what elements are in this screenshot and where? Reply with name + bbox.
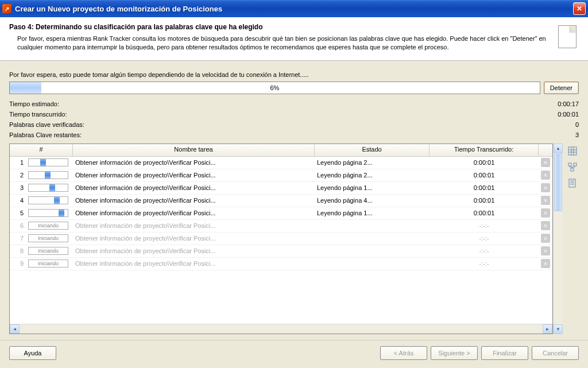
finish-button[interactable]: Finalizar [481, 346, 528, 360]
next-button[interactable]: Siguiente > [431, 346, 478, 360]
table-row[interactable]: 1Obtener información de proyecto\Verific… [10, 157, 552, 169]
mini-progress-bar: Iniciando [28, 222, 68, 230]
svg-rect-5 [568, 163, 571, 166]
column-action [539, 144, 552, 156]
cell-state [315, 238, 430, 239]
content-area: Paso 4: Determinando su clasificación pa… [0, 17, 588, 368]
table-row[interactable]: 2Obtener información de proyecto\Verific… [10, 169, 552, 182]
cell-task-name: Obtener información de proyecto\Verifica… [73, 209, 315, 217]
scroll-right-button[interactable]: ► [543, 324, 552, 334]
scroll-thumb[interactable] [554, 154, 562, 211]
cell-number: 3 [10, 183, 73, 192]
progress-row: 6% Detener [9, 82, 579, 94]
horizontal-scrollbar[interactable]: ◄ ► [10, 324, 552, 334]
cell-task-name: Obtener información de proyecto\Verifica… [73, 196, 315, 204]
table-row[interactable]: 4Obtener información de proyecto\Verific… [10, 195, 552, 207]
keywords-remaining-label: Palabras Clave restantes: [9, 131, 82, 138]
remove-row-button[interactable]: × [541, 221, 550, 230]
column-elapsed-time[interactable]: Tiempo Transcurrido: [430, 144, 539, 156]
column-state[interactable]: Estado [315, 144, 430, 156]
cell-time: 0:00:01 [430, 184, 539, 192]
mini-progress-bar: Iniciando [28, 247, 68, 255]
remove-row-button[interactable]: × [541, 171, 550, 180]
cell-task-name: Obtener información de proyecto\Verifica… [73, 259, 315, 268]
cell-task-name: Obtener información de proyecto\Verifica… [73, 247, 315, 255]
back-button[interactable]: < Atrás [380, 346, 427, 360]
scroll-track[interactable] [554, 212, 563, 324]
cell-number: 5 [10, 208, 73, 218]
cell-time: -:-:- [430, 222, 539, 230]
help-button[interactable]: Ayuda [9, 346, 56, 360]
cell-number: 6Iniciando [10, 221, 73, 230]
window-title: Crear un Nuevo proyecto de monitorizació… [15, 5, 573, 13]
progress-bar: 6% [9, 82, 540, 94]
mini-progress-bar: Iniciando [28, 234, 68, 242]
wizard-footer: Ayuda < Atrás Siguiente > Finalizar Canc… [0, 340, 588, 368]
mini-progress-bar [28, 184, 68, 192]
scroll-up-button[interactable]: ▲ [554, 144, 563, 153]
scroll-left-button[interactable]: ◄ [10, 324, 20, 334]
cell-number: 8Iniciando [10, 246, 73, 255]
cancel-button[interactable]: Cancelar [532, 346, 579, 360]
vertical-scrollbar[interactable]: ▲ ▼ [553, 144, 563, 334]
table-row[interactable]: 6IniciandoObtener información de proyect… [10, 220, 552, 233]
remove-row-button[interactable]: × [541, 183, 550, 192]
titlebar[interactable]: ↗ Crear un Nuevo proyecto de monitorizac… [0, 0, 588, 17]
cell-number: 1 [10, 158, 73, 167]
cell-time: -:-:- [430, 259, 539, 268]
keywords-checked-label: Palabras clave verificadas: [9, 121, 84, 128]
cell-state: Leyendo página 1... [315, 184, 430, 192]
remove-row-button[interactable]: × [541, 208, 550, 218]
side-toolbar [563, 144, 579, 334]
svg-rect-12 [569, 179, 575, 187]
log-view-icon[interactable] [567, 178, 578, 188]
table-row[interactable]: 5Obtener información de proyecto\Verific… [10, 207, 552, 220]
remove-row-button[interactable]: × [541, 158, 550, 167]
remove-row-button[interactable]: × [541, 196, 550, 205]
cell-time: 0:00:01 [430, 158, 539, 166]
cell-action: × [539, 220, 552, 231]
cell-time: -:-:- [430, 234, 539, 242]
cell-state: Leyendo página 1... [315, 209, 430, 217]
close-button[interactable]: ✕ [573, 2, 586, 15]
column-number[interactable]: # [10, 144, 73, 156]
column-task-name[interactable]: Nombre tarea [73, 144, 315, 156]
cell-task-name: Obtener información de proyecto\Verifica… [73, 184, 315, 192]
mini-progress-bar [28, 209, 68, 217]
cell-action: × [539, 233, 552, 243]
elapsed-time-label: Tiempo transcurrido: [9, 111, 67, 118]
stop-button[interactable]: Detener [544, 82, 579, 94]
remove-row-button[interactable]: × [541, 246, 550, 255]
cell-action: × [539, 157, 552, 168]
svg-rect-7 [571, 168, 574, 171]
table-header: # Nombre tarea Estado Tiempo Transcurrid… [10, 144, 552, 157]
keywords-checked-value: 0 [575, 121, 579, 128]
scroll-h-track[interactable] [20, 324, 543, 334]
cell-action: × [539, 258, 552, 269]
remove-row-button[interactable]: × [541, 259, 550, 268]
cell-state [315, 250, 430, 251]
cell-state [315, 263, 430, 264]
grid-view-icon[interactable] [567, 146, 578, 156]
scroll-down-button[interactable]: ▼ [554, 324, 563, 334]
table-row[interactable]: 3Obtener información de proyecto\Verific… [10, 182, 552, 195]
wait-message: Por favor espera, esto puede tomar algún… [9, 71, 579, 78]
table-row[interactable]: 8IniciandoObtener información de proyect… [10, 245, 552, 258]
keywords-remaining-value: 3 [575, 131, 579, 138]
remove-row-button[interactable]: × [541, 234, 550, 243]
table-row[interactable]: 7IniciandoObtener información de proyect… [10, 233, 552, 245]
cell-action: × [539, 208, 552, 218]
cell-task-name: Obtener información de proyecto\Verifica… [73, 171, 315, 179]
cell-time: 0:00:01 [430, 209, 539, 217]
cell-state: Leyendo página 2... [315, 171, 430, 179]
tree-view-icon[interactable] [567, 162, 578, 172]
step-title: Paso 4: Determinando su clasificación pa… [9, 23, 558, 31]
step-description: Por favor, espera mientras Rank Tracker … [9, 34, 558, 52]
svg-rect-0 [568, 147, 577, 155]
cell-task-name: Obtener información de proyecto\Verifica… [73, 234, 315, 242]
mini-progress-bar [28, 196, 68, 204]
mini-progress-bar: Iniciando [28, 259, 68, 268]
table-row[interactable]: 9IniciandoObtener información de proyect… [10, 258, 552, 270]
cell-action: × [539, 195, 552, 206]
wizard-header: Paso 4: Determinando su clasificación pa… [0, 17, 588, 61]
